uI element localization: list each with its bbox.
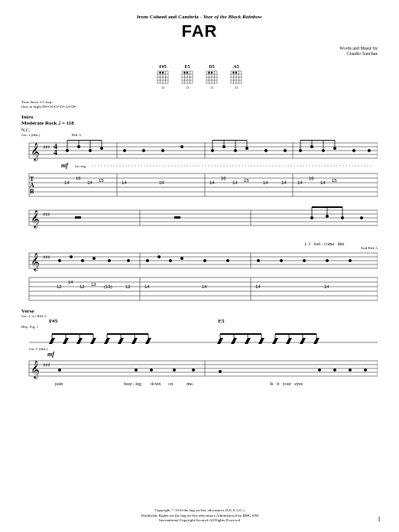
- system-1: 𝄞 ♯♯♯ 4 4 mf: [21, 140, 378, 200]
- svg-text:14: 14: [159, 180, 164, 185]
- svg-point-69: [180, 145, 183, 148]
- staff-tab-1: 𝄞 ♯♯♯ 4 4 mf: [21, 140, 378, 200]
- svg-text:𝄞: 𝄞: [31, 143, 40, 161]
- svg-point-168: [157, 255, 161, 258]
- svg-point-236: [333, 368, 336, 371]
- svg-text:𝄞: 𝄞: [31, 253, 40, 271]
- svg-text:14: 14: [64, 180, 70, 185]
- svg-point-174: [280, 259, 283, 262]
- svg-text:14: 14: [202, 284, 207, 289]
- svg-point-81: [368, 149, 371, 152]
- svg-point-164: [92, 257, 96, 260]
- svg-text:♯♯♯: ♯♯♯: [43, 362, 50, 368]
- svg-text:♯♯♯: ♯♯♯: [43, 212, 50, 218]
- svg-point-80: [352, 149, 355, 152]
- svg-point-163: [81, 259, 84, 262]
- svg-point-173: [257, 259, 260, 262]
- svg-point-23: [187, 72, 188, 73]
- system-3: Gtr. 2 (dist.) mf 𝄞 ♯♯♯ pain beat - ing …: [21, 332, 378, 386]
- svg-point-237: [349, 368, 352, 371]
- chord-d5: D5 13: [205, 64, 219, 89]
- svg-text:14: 14: [281, 180, 287, 185]
- source-line: from Coheed and Cambria - Year of the Bl…: [21, 14, 378, 20]
- svg-text:15: 15: [332, 178, 337, 183]
- copyright-footer: Copyright © 2010 the bag on-line adventu…: [0, 508, 399, 523]
- svg-rect-141: [174, 216, 180, 219]
- song-title: FAR: [21, 21, 378, 41]
- svg-text:B: B: [30, 188, 34, 195]
- sheet-music-page: from Coheed and Cambria - Year of the Bl…: [0, 0, 399, 532]
- svg-point-234: [219, 370, 222, 373]
- svg-point-165: [108, 259, 111, 262]
- svg-point-74: [264, 149, 268, 152]
- svg-point-34: [208, 72, 209, 73]
- guitar-1-label: Gtr. 1 (dist.) Riff A: [21, 133, 378, 137]
- svg-point-166: [127, 259, 130, 262]
- svg-point-75: [284, 149, 287, 152]
- svg-text:14: 14: [263, 180, 268, 185]
- svg-text:13: 13: [91, 282, 96, 287]
- verse-label: Verse: [21, 308, 378, 314]
- chord-grid: [229, 70, 243, 85]
- svg-text:14: 14: [232, 180, 238, 185]
- svg-point-177: [349, 259, 352, 262]
- credit-line-2: Claudio Sanchez: [21, 51, 378, 57]
- chord-grid: [205, 70, 219, 85]
- svg-text:♯♯♯: ♯♯♯: [43, 144, 50, 151]
- chord-grid: [156, 70, 170, 85]
- svg-point-47: [235, 72, 237, 73]
- svg-point-10: [159, 72, 161, 73]
- svg-point-172: [226, 259, 229, 262]
- svg-point-171: [203, 259, 206, 262]
- svg-text:14: 14: [144, 284, 150, 289]
- svg-text:(13): (13): [104, 284, 112, 289]
- tempo-marking: Moderate Rock ♩ = 118: [21, 120, 378, 126]
- chord-e5: E5 13: [180, 64, 194, 89]
- svg-text:16: 16: [76, 176, 81, 180]
- svg-text:15: 15: [99, 178, 104, 183]
- svg-rect-140: [75, 216, 81, 219]
- svg-point-35: [211, 72, 212, 73]
- credit-line-1: Words and Music by: [21, 46, 378, 51]
- svg-text:4: 4: [54, 142, 57, 151]
- svg-point-167: [146, 259, 149, 262]
- system-2: 𝄞 ♯♯♯ 1. I wel - come this End Riff A 𝄞 …: [21, 204, 378, 303]
- svg-point-233: [192, 368, 195, 371]
- svg-point-232: [173, 368, 176, 371]
- chord-row: F#5 E5: [21, 318, 378, 324]
- svg-text:12: 12: [79, 284, 85, 289]
- svg-text:14: 14: [87, 180, 92, 185]
- credits: Words and Music by Claudio Sanchez: [21, 46, 378, 57]
- svg-text:15: 15: [244, 178, 249, 183]
- vocal-staff-verse: 𝄞 ♯♯♯: [21, 358, 378, 381]
- page-number: 1: [378, 516, 381, 523]
- svg-point-231: [150, 368, 153, 371]
- no-chord: N.C.: [21, 128, 378, 132]
- svg-point-238: [364, 368, 367, 371]
- staff-tab-2: 𝄞 ♯♯♯ 12141213 (13)12 1414 1414: [21, 250, 378, 303]
- rhy-fig-label: Rhy. Fig. 1: [21, 325, 378, 329]
- svg-text:12: 12: [57, 284, 62, 289]
- svg-point-235: [318, 368, 321, 371]
- svg-point-230: [135, 368, 138, 371]
- svg-text:16: 16: [309, 176, 314, 180]
- svg-point-145: [360, 216, 363, 219]
- svg-text:14: 14: [320, 180, 326, 185]
- vocal-staff: 𝄞 ♯♯♯: [21, 204, 378, 241]
- svg-text:14: 14: [122, 180, 127, 185]
- rhythm-slashes: [21, 332, 378, 347]
- source-album: Year of the Black Rainbow: [203, 14, 262, 20]
- svg-text:16: 16: [221, 176, 226, 180]
- svg-text:14: 14: [68, 280, 73, 284]
- dynamic-mf-2: mf: [47, 351, 378, 358]
- dynamic-mf: mf: [61, 162, 69, 169]
- source-prefix: from Coheed and Cambria -: [137, 14, 203, 20]
- svg-text:let ring: let ring: [75, 164, 86, 168]
- svg-text:𝄞: 𝄞: [31, 361, 40, 379]
- svg-point-11: [162, 72, 164, 73]
- svg-point-68: [161, 149, 164, 152]
- svg-text:14: 14: [297, 180, 303, 185]
- svg-text:♯♯♯: ♯♯♯: [43, 255, 50, 261]
- svg-point-169: [169, 259, 172, 262]
- svg-point-161: [58, 259, 61, 262]
